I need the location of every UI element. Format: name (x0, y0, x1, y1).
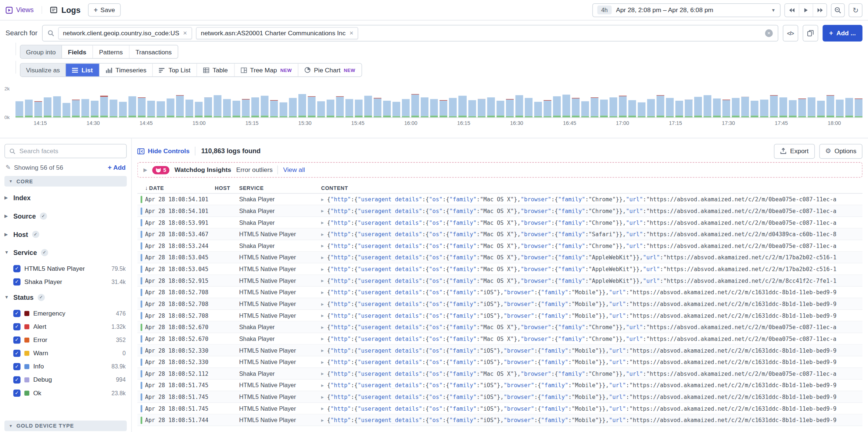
query-syntax-button[interactable]: </> (783, 25, 798, 42)
histogram-bar[interactable] (855, 99, 862, 118)
histogram-bar[interactable] (807, 97, 815, 117)
histogram-bar[interactable] (562, 94, 570, 117)
histogram-bar[interactable] (836, 100, 843, 117)
histogram-bar[interactable] (119, 102, 127, 117)
histogram-bar[interactable] (251, 97, 259, 117)
views-button[interactable]: Views (6, 6, 42, 14)
checkbox-checked[interactable]: ✓ (13, 389, 21, 397)
date-column-header[interactable]: ↓DATE (145, 185, 215, 191)
content-column-header[interactable]: CONTENT (321, 185, 862, 191)
expand-chevron-icon[interactable]: ▶ (321, 208, 324, 213)
histogram-bar[interactable] (440, 100, 448, 118)
histogram-bar[interactable] (609, 98, 617, 118)
expand-chevron-icon[interactable]: ▶ (321, 266, 324, 271)
facet-value[interactable]: ✓HTML5 Native Player79.5k (4, 262, 127, 275)
histogram-bar[interactable] (34, 101, 42, 117)
log-row[interactable]: Apr 28 18:08:52.330HTML5 Native Player▶{… (137, 345, 862, 356)
log-row[interactable]: Apr 28 18:08:53.991Shaka Player▶{"http":… (137, 217, 862, 229)
expand-chevron-icon[interactable]: ▶ (321, 324, 324, 330)
histogram-bar[interactable] (91, 101, 98, 118)
filter-chip[interactable]: network.asn:AS20001 Charter Communicatio… (196, 27, 358, 39)
facet-value[interactable]: ✓Emergency476 (4, 307, 127, 320)
histogram-bar[interactable] (581, 101, 589, 117)
histogram-bar[interactable] (364, 96, 372, 117)
histogram-bar[interactable] (515, 96, 523, 118)
section-core[interactable]: ▼ CORE (4, 176, 127, 187)
histogram-bar[interactable] (591, 98, 598, 118)
histogram-bar[interactable] (270, 100, 278, 117)
expand-chevron-icon[interactable]: ▶ (321, 336, 324, 341)
expand-chevron-icon[interactable]: ▶ (321, 231, 324, 237)
export-button[interactable]: Export (774, 144, 814, 159)
log-row[interactable]: Apr 28 18:08:52.670Shaka Player▶{"http":… (137, 333, 862, 345)
log-row[interactable]: Apr 28 18:08:53.244Shaka Player▶{"http":… (137, 240, 862, 252)
expand-chevron-icon[interactable]: ▶ (321, 383, 324, 388)
facet-value[interactable]: ✓Shaka Player31.4k (4, 275, 127, 288)
log-row[interactable]: Apr 28 18:08:53.467HTML5 Native Player▶{… (137, 228, 862, 240)
histogram-bar[interactable] (298, 94, 306, 117)
expand-chevron-icon[interactable]: ▶ (321, 255, 324, 260)
facet-value[interactable]: ✓Debug994 (4, 373, 127, 386)
histogram-bar[interactable] (176, 95, 183, 117)
log-row[interactable]: Apr 28 18:08:54.101Shaka Player▶{"http":… (137, 194, 862, 205)
histogram-bar[interactable] (722, 100, 730, 117)
tab-fields[interactable]: Fields (62, 46, 93, 58)
log-row[interactable]: Apr 28 18:08:54.101Shaka Player▶{"http":… (137, 205, 862, 217)
histogram-bar[interactable] (147, 100, 155, 117)
expand-chevron-icon[interactable]: ▶ (321, 290, 324, 295)
histogram-bar[interactable] (525, 98, 532, 117)
copy-query-button[interactable] (803, 25, 818, 42)
histogram-bar[interactable] (129, 96, 136, 118)
histogram-bar[interactable] (760, 100, 768, 117)
log-row[interactable]: Apr 28 18:08:51.745HTML5 Native Player▶{… (137, 379, 862, 391)
play-live-button[interactable] (799, 4, 813, 17)
histogram-bar[interactable] (62, 103, 70, 117)
histogram-bar[interactable] (628, 100, 636, 117)
histogram-bar[interactable] (572, 98, 580, 118)
expand-chevron-icon[interactable]: ▶ (321, 197, 324, 202)
expand-chevron-icon[interactable]: ▶ (321, 371, 324, 376)
histogram-bar[interactable] (544, 100, 551, 117)
checkbox-checked[interactable]: ✓ (13, 363, 21, 370)
checkbox-checked[interactable]: ✓ (13, 278, 21, 285)
histogram-bar[interactable] (280, 102, 287, 117)
refresh-button[interactable]: ↻ (849, 3, 862, 17)
histogram-bar[interactable] (704, 95, 711, 117)
histogram-bar[interactable] (110, 100, 118, 117)
histogram-bar[interactable] (25, 100, 33, 118)
expand-chevron-icon[interactable]: ▶ (321, 406, 324, 411)
checkbox-checked[interactable]: ✓ (13, 349, 21, 357)
histogram-bar[interactable] (826, 96, 834, 118)
skip-forward-button[interactable] (813, 4, 826, 17)
histogram-bar[interactable] (53, 97, 61, 118)
histogram-bar[interactable] (261, 96, 268, 117)
tab-pie-chart[interactable]: Pie Chart NEW (298, 64, 361, 76)
log-row[interactable]: Apr 28 18:08:52.112Shaka Player▶{"http":… (137, 368, 862, 380)
facet-index[interactable]: ▶Index (4, 189, 127, 207)
histogram-bar[interactable] (223, 99, 231, 117)
time-range-picker[interactable]: 4h Apr 28, 2:08 pm – Apr 28, 6:08 pm ▼ (592, 3, 781, 17)
facet-value[interactable]: ✓Alert1.32k (4, 320, 127, 333)
checkbox-checked[interactable]: ✓ (13, 265, 21, 272)
expand-chevron-icon[interactable]: ▶ (321, 313, 324, 318)
save-button[interactable]: + Save (88, 3, 121, 17)
histogram-bar[interactable] (694, 97, 702, 117)
facet-search-input[interactable]: Search facets (4, 144, 127, 158)
log-row[interactable]: Apr 28 18:08:51.745HTML5 Native Player▶{… (137, 403, 862, 415)
histogram-bar[interactable] (100, 96, 108, 117)
histogram-bar[interactable] (355, 100, 363, 117)
expand-chevron-icon[interactable]: ▶ (321, 243, 324, 248)
expand-chevron-icon[interactable]: ▶ (321, 359, 324, 364)
options-button[interactable]: ⚙ Options (819, 144, 862, 159)
histogram-bar[interactable] (638, 102, 645, 117)
expand-chevron-icon[interactable]: ▶ (321, 348, 324, 353)
expand-chevron-icon[interactable]: ▶ (321, 394, 324, 399)
chip-close-icon[interactable]: × (183, 30, 187, 36)
histogram-bar[interactable] (204, 97, 212, 117)
histogram-bar[interactable] (770, 95, 778, 118)
section-gold-device-type[interactable]: ▼ GOLD DEVICE TYPE (4, 421, 127, 431)
log-row[interactable]: Apr 28 18:08:51.744HTML5 Native Player▶{… (137, 414, 862, 426)
tab-top-list[interactable]: Top List (153, 64, 197, 76)
tab-table[interactable]: Table (197, 64, 234, 76)
histogram-bar[interactable] (185, 100, 193, 118)
